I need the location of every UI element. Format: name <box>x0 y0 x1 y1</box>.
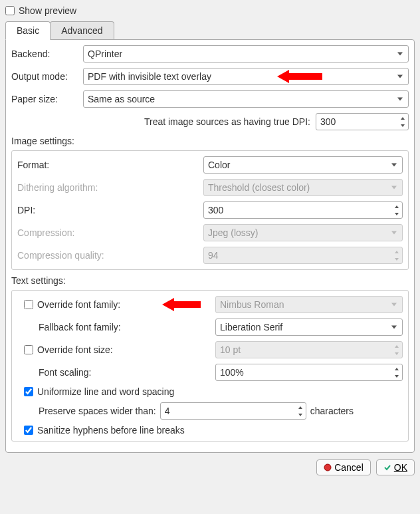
text-settings-group: Override font family: Nimbus Roman Fallb… <box>11 290 409 442</box>
compression-select: Jpeg (lossy) <box>203 224 403 241</box>
spin-down-icon[interactable] <box>296 411 305 418</box>
dithering-select: Threshold (closest color) <box>203 179 403 196</box>
text-settings-label: Text settings: <box>11 275 409 286</box>
chevron-down-icon <box>391 326 397 329</box>
spin-down-icon[interactable] <box>392 210 401 217</box>
show-preview-checkbox[interactable] <box>5 6 15 15</box>
spin-down-icon[interactable] <box>392 372 401 380</box>
override-font-family-select: Nimbus Roman <box>215 296 403 313</box>
spin-up-icon <box>392 342 401 350</box>
font-scaling-label: Font scaling: <box>17 367 91 378</box>
chevron-down-icon <box>397 75 403 78</box>
backend-label: Backend: <box>11 49 78 59</box>
chevron-down-icon <box>391 186 397 190</box>
format-select[interactable]: Color <box>203 156 403 174</box>
dpi-label: DPI: <box>17 205 198 215</box>
comp-quality-label: Compression quality: <box>17 250 198 261</box>
chevron-down-icon <box>391 164 397 167</box>
preserve-spaces-label: Preserve spaces wider than: <box>39 406 156 416</box>
spin-up-icon[interactable] <box>392 365 401 372</box>
cancel-button[interactable]: Cancel <box>316 459 371 475</box>
dpi-spinner[interactable]: 300 <box>203 201 403 219</box>
dithering-label: Dithering algorithm: <box>17 182 198 193</box>
annotation-arrow <box>162 298 201 311</box>
treat-dpi-label: Treat image sources as having true DPI: <box>144 116 310 127</box>
fallback-font-select[interactable]: Liberation Serif <box>215 319 403 336</box>
override-font-size-checkbox[interactable] <box>24 345 33 354</box>
svg-point-0 <box>324 464 331 471</box>
backend-select[interactable]: QPrinter <box>83 45 409 63</box>
spin-down-icon[interactable] <box>398 122 407 129</box>
spin-down-icon <box>392 255 401 263</box>
paper-size-label: Paper size: <box>11 94 78 104</box>
chevron-down-icon <box>391 231 397 235</box>
basic-panel: Backend: QPrinter Output mode: PDF with … <box>5 39 415 453</box>
image-settings-label: Image settings: <box>11 136 409 146</box>
cancel-icon <box>324 463 332 471</box>
sanitize-label: Sanitize hyphens before line breaks <box>37 425 185 436</box>
chevron-down-icon <box>397 98 403 101</box>
sanitize-checkbox[interactable] <box>24 426 33 435</box>
spin-down-icon <box>392 350 401 357</box>
preserve-spaces-spinner[interactable]: 4 <box>160 402 306 420</box>
characters-label: characters <box>310 406 354 416</box>
spin-up-icon[interactable] <box>296 404 305 411</box>
spin-up-icon[interactable] <box>398 114 407 122</box>
output-mode-select[interactable]: PDF with invisible text overlay <box>83 68 409 85</box>
treat-dpi-spinner[interactable]: 300 <box>316 113 409 130</box>
paper-size-select[interactable]: Same as source <box>83 90 409 108</box>
ok-button[interactable]: OK <box>376 459 415 475</box>
spin-up-icon <box>392 248 401 255</box>
tab-advanced[interactable]: Advanced <box>50 21 114 39</box>
compression-label: Compression: <box>17 227 198 238</box>
chevron-down-icon <box>397 53 403 56</box>
tab-basic[interactable]: Basic <box>5 21 51 40</box>
show-preview-label: Show preview <box>19 5 76 16</box>
fallback-font-label: Fallback font family: <box>17 322 121 332</box>
comp-quality-spinner: 94 <box>203 247 403 264</box>
uniformize-checkbox[interactable] <box>24 387 33 396</box>
image-settings-group: Format: Color Dithering algorithm: Thres… <box>11 150 409 270</box>
spin-up-icon[interactable] <box>392 203 401 210</box>
override-font-family-label: Override font family: <box>37 299 120 310</box>
override-font-size-spinner: 10 pt <box>215 341 403 358</box>
override-font-size-label: Override font size: <box>37 344 113 355</box>
format-label: Format: <box>17 160 198 170</box>
override-font-family-checkbox[interactable] <box>24 300 33 309</box>
annotation-arrow <box>277 70 322 83</box>
chevron-down-icon <box>391 303 397 307</box>
font-scaling-spinner[interactable]: 100% <box>215 364 403 381</box>
ok-icon <box>383 463 391 471</box>
output-mode-label: Output mode: <box>11 71 78 82</box>
uniformize-label: Uniformize line and word spacing <box>37 386 174 397</box>
